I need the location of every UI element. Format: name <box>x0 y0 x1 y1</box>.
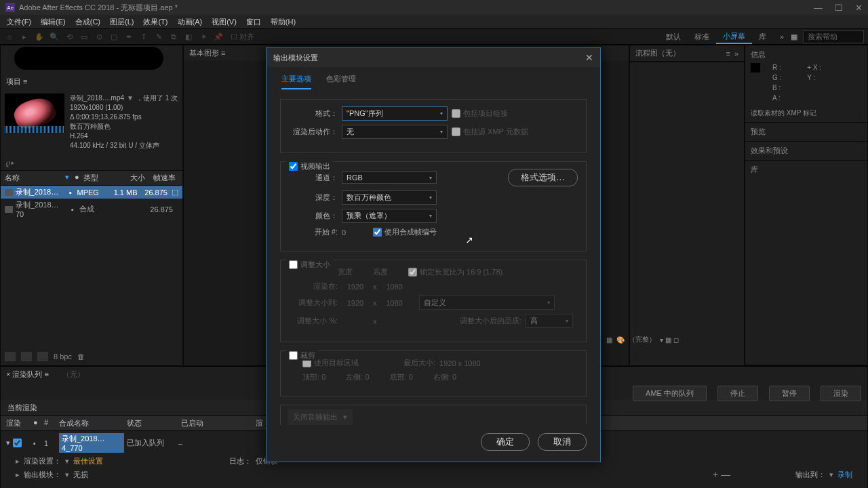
help-search[interactable]: 搜索帮助 <box>803 30 864 43</box>
delete-icon[interactable]: 🗑 <box>77 352 85 361</box>
tab-main-options[interactable]: 主要选项 <box>281 74 311 89</box>
viewer-color-icon[interactable]: 🎨 <box>616 336 625 344</box>
rcol-label[interactable]: ● <box>33 418 44 428</box>
dialog-close-icon[interactable]: ✕ <box>585 52 593 63</box>
preview-panel[interactable]: 预览 <box>745 123 867 142</box>
row-label[interactable]: ▪ <box>64 188 77 197</box>
close-button[interactable]: ✕ <box>855 3 863 13</box>
hand-tool-icon[interactable]: ✋ <box>34 31 45 42</box>
col-size[interactable]: 大小 <box>114 173 144 183</box>
menu-view[interactable]: 视图(V) <box>208 16 241 28</box>
bpc-toggle[interactable]: 8 bpc <box>54 352 72 361</box>
viewer-camera-icon[interactable]: ▾ ▦ ◻ <box>660 336 679 344</box>
mask-tool-icon[interactable]: ▢ <box>108 31 119 42</box>
rcol-comp[interactable]: 合成名称 <box>59 418 127 428</box>
menu-help[interactable]: 帮助(H) <box>267 16 300 28</box>
video-output-checkbox[interactable]: 视频输出 <box>286 161 333 171</box>
render-button[interactable]: 渲染 <box>821 386 861 401</box>
channel-select[interactable]: RGB▾ <box>342 171 437 184</box>
menu-window[interactable]: 窗口 <box>242 16 265 28</box>
color-select[interactable]: 预乘（遮罩）▾ <box>342 209 437 223</box>
flowchart-title[interactable]: 流程图（无） <box>635 48 680 58</box>
clone-tool-icon[interactable]: ⧉ <box>168 31 179 42</box>
include-project-link-checkbox[interactable]: 包括项目链接 <box>452 108 508 119</box>
menu-effect[interactable]: 效果(T) <box>139 16 172 28</box>
project-row[interactable]: 录制_2018…70 ▪ 合成 26.875 <box>1 199 182 220</box>
workspace-small[interactable]: 小屏幕 <box>716 30 752 44</box>
render-settings-link[interactable]: 最佳设置 <box>73 456 103 466</box>
pen-tool-icon[interactable]: ✒ <box>123 31 134 42</box>
dropdown-icon[interactable]: ▾ <box>65 470 69 479</box>
snap-toggle[interactable]: ☐ 对齐 <box>228 31 257 42</box>
zoom-tool-icon[interactable]: 🔍 <box>49 31 60 42</box>
ame-queue-button[interactable]: AME 中的队列 <box>633 386 707 401</box>
output-to-link[interactable]: 录制 <box>837 470 852 480</box>
render-enable-checkbox[interactable] <box>13 439 22 447</box>
expand-icon[interactable]: ▸ <box>16 457 20 466</box>
maximize-button[interactable]: ☐ <box>835 3 843 13</box>
new-comp-icon[interactable] <box>37 352 48 361</box>
roto-tool-icon[interactable]: ✶ <box>198 31 209 42</box>
new-folder-icon[interactable] <box>21 352 32 361</box>
output-module-link[interactable]: 无损 <box>73 470 88 480</box>
render-expand-icon[interactable]: ▾ <box>6 439 10 447</box>
format-select[interactable]: "PNG"序列▾ <box>342 106 448 121</box>
pause-button[interactable]: 暂停 <box>769 386 810 401</box>
col-label[interactable]: ● <box>71 173 84 183</box>
col-fps[interactable]: 帧速率 <box>145 173 178 183</box>
post-render-select[interactable]: 无▾ <box>342 125 448 139</box>
eraser-tool-icon[interactable]: ◧ <box>183 31 194 42</box>
menu-animation[interactable]: 动画(A) <box>174 16 207 28</box>
interpret-footage-icon[interactable] <box>5 352 16 361</box>
menu-file[interactable]: 文件(F) <box>3 16 35 28</box>
flowchart-menu-icon[interactable]: ≡ <box>726 49 730 58</box>
rcol-num[interactable]: # <box>44 418 59 428</box>
menu-layer[interactable]: 图层(L) <box>106 16 138 28</box>
effects-panel[interactable]: 效果和预设 <box>745 142 867 161</box>
stop-button[interactable]: 停止 <box>717 386 758 401</box>
start-frame-value[interactable]: 0 <box>342 228 369 237</box>
camera-tool-icon[interactable]: ▭ <box>79 31 90 42</box>
crop-checkbox[interactable]: 裁剪 <box>286 350 318 361</box>
rotate-tool-icon[interactable]: ⟲ <box>64 31 75 42</box>
rcol-start[interactable]: 已启动 <box>181 418 256 428</box>
resize-checkbox[interactable]: 调整大小 <box>286 260 333 270</box>
tab-color-management[interactable]: 色彩管理 <box>326 74 356 89</box>
home-icon[interactable]: ⌂ <box>4 31 15 42</box>
timeline-tab[interactable]: （无） <box>62 369 85 380</box>
render-row-label[interactable]: ▪ <box>33 439 44 447</box>
row-label[interactable]: ▪ <box>66 205 79 214</box>
format-options-button[interactable]: 格式选项… <box>508 169 578 186</box>
footage-dropdown-icon[interactable]: ▼ <box>127 94 134 103</box>
minimize-button[interactable]: — <box>814 3 823 13</box>
pan-behind-tool-icon[interactable]: ⊙ <box>94 31 104 42</box>
footage-thumbnail[interactable] <box>5 94 64 133</box>
workspace-reset-icon[interactable]: ▦ <box>791 33 797 41</box>
ok-button[interactable]: 确定 <box>481 433 530 451</box>
workspace-overflow-icon[interactable]: » <box>773 31 791 42</box>
library-panel[interactable]: 库 <box>745 161 867 365</box>
rcol-status[interactable]: 状态 <box>127 418 181 428</box>
workspace-library[interactable]: 库 <box>752 30 773 43</box>
workspace-standard[interactable]: 标准 <box>688 30 716 43</box>
puppet-tool-icon[interactable]: 📌 <box>213 31 224 42</box>
project-row[interactable]: 录制_2018… ▪ MPEG 1.1 MB 26.875 ⬚ <box>1 186 182 199</box>
menu-edit[interactable]: 编辑(E) <box>37 16 70 28</box>
viewer-res-icon[interactable]: ▦ <box>606 336 612 344</box>
workspace-default[interactable]: 默认 <box>659 30 688 43</box>
use-comp-frame-checkbox[interactable]: 使用合成帧编号 <box>373 227 437 237</box>
dropdown-icon[interactable]: ▾ <box>65 457 69 466</box>
selection-tool-icon[interactable]: ▸ <box>19 31 30 42</box>
flowchart-overflow-icon[interactable]: » <box>734 49 738 58</box>
rcol-render[interactable]: 渲染 <box>6 418 33 428</box>
col-name[interactable]: 名称 <box>5 173 65 183</box>
add-output-icon[interactable]: + — <box>713 469 730 480</box>
render-row-comp[interactable]: 录制_2018…4_770 <box>59 433 124 453</box>
depth-select[interactable]: 数百万种颜色▾ <box>342 190 437 205</box>
expand-icon[interactable]: ▸ <box>16 470 20 479</box>
project-tab[interactable]: 项目 ≡ <box>1 74 182 89</box>
include-xmp-checkbox[interactable]: 包括源 XMP 元数据 <box>452 127 528 137</box>
brush-tool-icon[interactable]: ✎ <box>153 31 164 42</box>
cancel-button[interactable]: 取消 <box>538 433 587 451</box>
viewer-resolution[interactable]: （完整） <box>629 335 656 344</box>
